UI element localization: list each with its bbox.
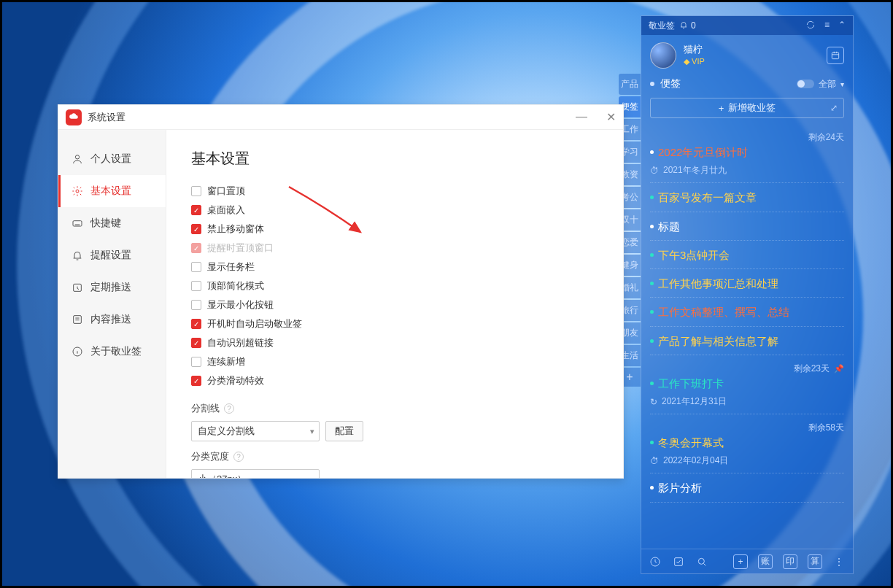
add-note-label: 新增敬业签 (728, 101, 776, 115)
sidebar-item-content[interactable]: 内容推送 (58, 303, 166, 336)
cat-width-select[interactable]: 小（27px） (191, 469, 320, 478)
note-remaining: 剩余23天📌 (650, 363, 844, 375)
note-item[interactable]: 标题 (650, 212, 844, 241)
sidebar-item-personal[interactable]: 个人设置 (58, 143, 166, 175)
note-item[interactable]: 下午3点钟开会 (650, 241, 844, 269)
checkbox-box (191, 281, 201, 291)
settings-main: 基本设置 窗口置顶✓桌面嵌入✓禁止移动窗体✓提醒时置顶窗口显示任务栏顶部简化模式… (166, 130, 623, 478)
minimize-button[interactable]: — (576, 110, 587, 124)
notes-list[interactable]: 剩余24天2022年元旦倒计时⏱2021年冬月廿九百家号发布一篇文章标题下午3点… (641, 124, 853, 549)
svg-point-4 (75, 155, 79, 159)
notification-indicator[interactable]: 0 (679, 20, 696, 31)
close-button[interactable]: ✕ (606, 110, 616, 124)
section-title: 基本设置 (191, 149, 598, 169)
avatar[interactable] (650, 42, 676, 69)
sticky-panel: 敬业签 0 ≡ ⌃ 猫柠 VIP (641, 15, 854, 574)
checkbox-box (191, 186, 201, 196)
checkbox-no_move[interactable]: ✓禁止移动窗体 (191, 223, 598, 236)
note-item[interactable]: 剩余23天📌工作下班打卡↻2021年12月31日 (650, 355, 844, 414)
bullet-icon (650, 253, 654, 257)
sidebar-item-shortcut[interactable]: 快捷键 (58, 207, 166, 239)
note-title-text: 工作下班打卡 (658, 376, 724, 391)
checkbox-show_task[interactable]: 显示任务栏 (191, 260, 598, 274)
checkbox-simple_top[interactable]: 顶部简化模式 (191, 279, 598, 293)
help-icon[interactable]: ? (224, 403, 234, 414)
help-icon[interactable]: ? (233, 452, 244, 462)
note-item[interactable]: 剩余58天冬奥会开幕式⏱2022年02月04日 (650, 414, 844, 473)
checkbox-desktop_embed[interactable]: ✓桌面嵌入 (191, 204, 598, 217)
cat-tab[interactable]: 产品 (619, 74, 641, 95)
schedule-icon (71, 282, 83, 293)
divider-select[interactable]: 自定义分割线 (191, 421, 320, 441)
note-title-text: 产品了解与相关信息了解 (658, 334, 778, 349)
note-title-text: 标题 (658, 220, 680, 234)
sidebar-item-push[interactable]: 定期推送 (58, 271, 166, 303)
clock-icon: ⏱ (650, 456, 659, 466)
configure-button[interactable]: 配置 (325, 421, 363, 441)
bullet-icon (650, 225, 654, 228)
calendar-button[interactable] (827, 47, 844, 64)
panel-header: 敬业签 0 ≡ ⌃ (641, 16, 853, 35)
checkbox-show_min[interactable]: 显示最小化按钮 (191, 298, 598, 312)
checkbox-label: 显示任务栏 (207, 260, 255, 274)
bullet-icon (650, 441, 654, 444)
checklist-icon[interactable] (672, 555, 685, 568)
pin-icon: 📌 (834, 364, 844, 374)
tab-label[interactable]: 便签 (660, 77, 681, 90)
footer-calc-button[interactable]: 算 (808, 554, 822, 569)
checkbox-autostart[interactable]: ✓开机时自动启动敬业签 (191, 317, 598, 330)
sidebar-item-about[interactable]: 关于敬业签 (58, 336, 166, 368)
note-title-text: 冬奥会开幕式 (658, 436, 724, 450)
settings-dialog: 系统设置 — ✕ 个人设置 基本设置 快捷键 (58, 104, 624, 479)
user-row: 猫柠 VIP (641, 35, 853, 73)
sidebar-item-reminder[interactable]: 提醒设置 (58, 239, 166, 271)
checkbox-box: ✓ (191, 338, 201, 348)
sidebar-item-label: 提醒设置 (90, 249, 131, 262)
clock-icon[interactable] (649, 555, 662, 568)
note-item[interactable]: 产品了解与相关信息了解 (650, 327, 844, 355)
checkbox-label: 窗口置顶 (207, 185, 245, 198)
checkbox-box: ✓ (191, 319, 201, 329)
checkbox-slide_fx[interactable]: ✓分类滑动特效 (191, 374, 598, 387)
sidebar-item-basic[interactable]: 基本设置 (58, 175, 166, 207)
sidebar-item-label: 关于敬业签 (90, 345, 142, 358)
footer-print-button[interactable]: 印 (783, 554, 797, 569)
sync-icon[interactable] (805, 20, 816, 32)
note-item[interactable]: 影片分析 (650, 473, 844, 502)
sidebar-item-label: 个人设置 (90, 152, 131, 166)
footer-add-button[interactable]: + (733, 554, 748, 569)
checkbox-label: 提醒时置顶窗口 (207, 241, 274, 255)
svg-rect-8 (74, 316, 82, 324)
note-remaining: 剩余58天 (650, 422, 844, 434)
search-icon[interactable] (695, 555, 708, 568)
gear-icon (71, 185, 83, 197)
filter-toggle[interactable]: 全部 ▾ (797, 78, 844, 90)
note-item[interactable]: 剩余24天2022年元旦倒计时⏱2021年冬月廿九 (650, 124, 844, 183)
note-meta: ⏱2022年02月04日 (650, 454, 844, 467)
expand-icon: ⤢ (830, 103, 838, 113)
footer-account-button[interactable]: 账 (758, 554, 773, 569)
add-note-button[interactable]: + 新增敬业签 ⤢ (650, 98, 844, 118)
note-remaining: 剩余24天 (650, 131, 844, 144)
toggle-icon (797, 80, 814, 88)
collapse-icon[interactable]: ⌃ (838, 20, 846, 32)
note-title-text: 工作其他事项汇总和处理 (658, 276, 778, 291)
user-name: 猫柠 (684, 44, 705, 56)
note-item[interactable]: 百家号发布一篇文章 (650, 183, 844, 212)
settings-titlebar[interactable]: 系统设置 — ✕ (58, 105, 623, 130)
checkbox-box (191, 262, 201, 272)
svg-point-5 (76, 190, 79, 193)
bullet-icon (650, 339, 654, 343)
note-item[interactable]: 工作其他事项汇总和处理 (650, 269, 844, 298)
sidebar-item-label: 定期推送 (90, 281, 131, 294)
checkbox-auto_link[interactable]: ✓自动识别超链接 (191, 336, 598, 349)
checkbox-box: ✓ (191, 224, 201, 234)
checkbox-cont_add[interactable]: 连续新增 (191, 355, 598, 368)
checkbox-pin_top[interactable]: 窗口置顶 (191, 185, 598, 198)
note-item[interactable]: 工作文稿整理、撰写、总结 (650, 298, 844, 326)
menu-icon[interactable]: ≡ (824, 20, 830, 32)
more-icon[interactable]: ⋮ (832, 555, 846, 568)
filter-all-label: 全部 (819, 78, 836, 90)
settings-sidebar: 个人设置 基本设置 快捷键 提醒设置 定期推送 (58, 130, 166, 478)
checkbox-label: 分类滑动特效 (207, 374, 264, 387)
